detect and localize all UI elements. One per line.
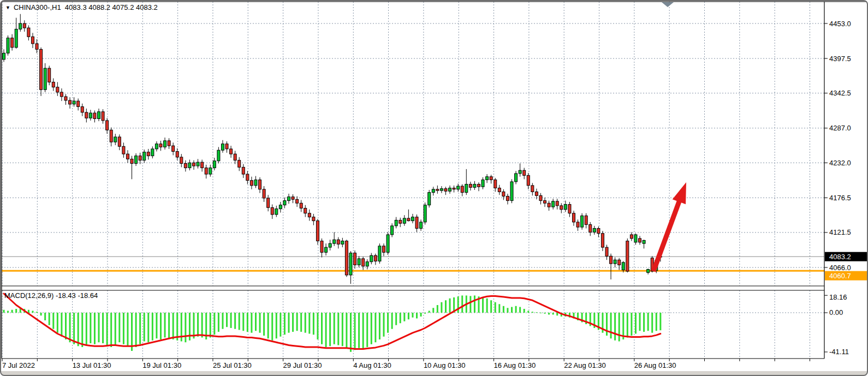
time-axis-label: 26 Aug 01:30 (634, 361, 676, 369)
time-axis-label: 16 Aug 01:30 (494, 361, 536, 369)
trading-chart-window: 4453.04397.54342.54287.04232.04176.54121… (0, 0, 868, 376)
candlesticks (3, 14, 662, 284)
macd-panel (3, 294, 662, 352)
chart-canvas[interactable]: 4453.04397.54342.54287.04232.04176.54121… (0, 0, 868, 376)
time-axis-label: 4 Aug 01:30 (353, 361, 391, 369)
time-axis-label: 19 Jul 01:30 (142, 361, 181, 369)
time-axis-label: 10 Aug 01:30 (424, 361, 466, 369)
time-axis-label: 7 Jul 2022 (2, 361, 35, 369)
time-axis-label: 22 Aug 01:30 (564, 361, 606, 369)
price-axis-label: 4232.0 (829, 159, 851, 167)
price-axis-label: 4066.0 (829, 264, 851, 272)
macd-indicator-label: MACD(12,26,9) -18.43 -18.64 (4, 291, 98, 300)
macd-axis-label: 0.00 (829, 308, 843, 317)
level-price-box-label: 4060.7 (829, 272, 851, 280)
time-axis-label: 29 Jul 01:30 (283, 361, 322, 369)
symbol-dropdown-icon[interactable]: ▼ (5, 5, 10, 10)
time-axis-label: 25 Jul 01:30 (213, 361, 252, 369)
scroll-position-marker-icon (662, 2, 674, 7)
time-axis-label: 13 Jul 01:30 (73, 361, 111, 369)
price-axis-label: 4287.0 (829, 124, 851, 132)
window-bottom-edge (1, 371, 867, 375)
price-axis-label: 4121.5 (829, 228, 851, 236)
chart-title: ▼CHINA300-,H1 4083.3 4088.2 4075.2 4083.… (5, 3, 158, 11)
price-axis-label: 4453.0 (829, 20, 851, 28)
gridlines (2, 2, 824, 359)
price-axis-label: 4176.5 (829, 194, 851, 202)
ohlc-values: 4083.3 4088.2 4075.2 4083.2 (65, 3, 158, 11)
trend-arrow-head (673, 182, 686, 204)
price-panel (2, 2, 824, 284)
trend-arrow-shaft (653, 199, 680, 271)
macd-histogram (3, 296, 662, 352)
bid-price-box-label: 4083.2 (829, 253, 851, 261)
price-axis-label: 4342.5 (829, 89, 851, 97)
price-axis-label: 4397.5 (829, 55, 851, 63)
symbol-label: CHINA300-,H1 (14, 3, 61, 11)
macd-axis-label: -41.11 (829, 348, 849, 356)
macd-axis-label: 18.16 (829, 293, 847, 301)
